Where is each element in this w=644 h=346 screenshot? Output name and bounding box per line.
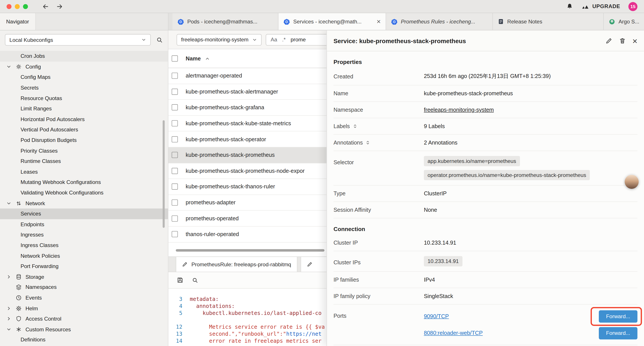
row-label: Cluster IPs (334, 256, 424, 266)
tab-release-notes[interactable]: Release Notes (493, 13, 604, 30)
sidebar-item-namespaces[interactable]: Namespaces (0, 282, 168, 293)
user-avatar[interactable] (625, 175, 639, 189)
dock-tab-prometheusrule[interactable]: PrometheusRule: freeleaps-prod-rabbitmq (176, 257, 297, 272)
notifications-bell-icon[interactable] (566, 3, 574, 10)
delete-trash-icon[interactable] (619, 37, 626, 44)
sidebar-item-network-policies[interactable]: Network Policies (0, 251, 168, 261)
row-checkbox[interactable] (172, 152, 178, 158)
sidebar-item-network[interactable]: Network (0, 198, 168, 209)
sidebar-item-services[interactable]: Services (0, 209, 168, 219)
row-checkbox[interactable] (172, 73, 178, 79)
sidebar-item-endpoints[interactable]: Endpoints (0, 219, 168, 230)
tab-prometheus-rules[interactable]: Prometheus Rules - icecheng... (386, 13, 493, 30)
sidebar-item-horizontal-pod-autoscalers[interactable]: Horizontal Pod Autoscalers (0, 114, 168, 124)
sidebar-item-ingress-classes[interactable]: Ingress Classes (0, 240, 168, 251)
port-link[interactable]: 8080:reloader-web/TCP (424, 330, 483, 336)
sidebar-item-secrets[interactable]: Secrets (0, 82, 168, 93)
sidebar-item-events[interactable]: Events (0, 293, 168, 303)
namespace-link[interactable]: freeleaps-monitoring-system (424, 107, 638, 113)
sidebar-item-access-control[interactable]: Access Control (0, 314, 168, 324)
sidebar-item-priority-classes[interactable]: Priority Classes (0, 145, 168, 156)
unfold-toggle-icon[interactable] (365, 140, 370, 145)
minimize-window-button[interactable] (15, 4, 20, 9)
line-content: kubectl.kubernetes.io/last-applied-co (182, 310, 322, 317)
chevron-down-icon[interactable] (6, 327, 16, 332)
sidebar-item-label: Cron Jobs (20, 53, 45, 59)
sidebar-item-label: Validating Webhook Configurations (20, 190, 104, 196)
sidebar-item-custom-resources[interactable]: Custom Resources (0, 324, 168, 335)
navigator-tab[interactable]: Navigator (0, 13, 36, 30)
custom-resources-icon (16, 326, 26, 333)
unfold-toggle-icon[interactable] (352, 123, 358, 129)
close-drawer-icon[interactable]: × (632, 36, 638, 45)
forward-button[interactable]: Forward... (599, 327, 638, 339)
sidebar-item-ingresses[interactable]: Ingresses (0, 230, 168, 240)
line-content: metadata: (182, 296, 219, 303)
namespaces-icon (16, 284, 26, 290)
close-window-button[interactable] (6, 4, 12, 9)
save-icon[interactable] (177, 277, 184, 284)
sidebar-item-label: Definitions (20, 337, 46, 343)
chevron-right-icon[interactable] (6, 317, 16, 321)
match-case-toggle[interactable]: Aa (271, 36, 277, 43)
back-arrow-icon[interactable] (42, 3, 49, 10)
tab-pods[interactable]: Pods - icecheng@mathmas... (172, 13, 278, 30)
zoom-window-button[interactable] (23, 4, 28, 9)
sidebar-item-port-forwarding[interactable]: Port Forwarding (0, 261, 168, 272)
upgrade-button[interactable]: UPGRADE (582, 3, 620, 9)
chevron-right-icon[interactable] (6, 274, 16, 279)
tab-close-icon[interactable]: × (376, 18, 381, 25)
sidebar-item-label: Ingress Classes (20, 242, 58, 248)
edit-pencil-icon[interactable] (605, 37, 612, 44)
tab-argo[interactable]: Argo S... (604, 13, 644, 30)
select-all-checkbox[interactable] (172, 55, 178, 61)
row-checkbox[interactable] (172, 184, 178, 190)
drawer-row-ip-families: IP familiesIPv4 (334, 272, 638, 288)
regex-toggle[interactable]: .* (282, 36, 286, 43)
row-checkbox[interactable] (172, 215, 178, 221)
chevron-down-icon[interactable] (6, 64, 16, 69)
sort-ascending-icon[interactable] (205, 56, 210, 61)
sidebar-item-label: Vertical Pod Autoscalers (20, 127, 78, 133)
row-value: 253d 16h 6m ago (2025年1月13日 GMT+8 1:25:3… (424, 73, 638, 80)
row-checkbox[interactable] (172, 200, 178, 206)
notification-count-badge[interactable]: 15 (628, 2, 638, 11)
sidebar-item-label: Priority Classes (20, 148, 58, 154)
sidebar-item-runtime-classes[interactable]: Runtime Classes (0, 156, 168, 166)
sidebar-item-limit-ranges[interactable]: Limit Ranges (0, 103, 168, 114)
row-checkbox[interactable] (172, 231, 178, 237)
sidebar-item-pod-disruption-budgets[interactable]: Pod Disruption Budgets (0, 135, 168, 145)
editor-search-icon[interactable] (192, 277, 198, 283)
row-checkbox[interactable] (172, 104, 178, 111)
chevron-down-icon[interactable] (6, 201, 16, 206)
name-column-header[interactable]: Name (186, 55, 201, 61)
row-checkbox[interactable] (172, 89, 178, 95)
forward-button[interactable]: Forward... (599, 310, 638, 322)
tab-services[interactable]: Services - icecheng@math...× (278, 13, 386, 30)
namespace-selector[interactable]: freeleaps-monitoring-system (177, 34, 262, 45)
row-checkbox[interactable] (172, 168, 178, 174)
kubernetes-icon (177, 18, 184, 25)
sidebar-item-mutating-webhook-configurations[interactable]: Mutating Webhook Configurations (0, 177, 168, 187)
sidebar-item-validating-webhook-configurations[interactable]: Validating Webhook Configurations (0, 187, 168, 198)
row-checkbox[interactable] (172, 136, 178, 142)
sidebar-item-vertical-pod-autoscalers[interactable]: Vertical Pod Autoscalers (0, 124, 168, 135)
sidebar-item-cron-jobs[interactable]: Cron Jobs (0, 51, 168, 61)
chevron-right-icon[interactable] (6, 306, 16, 311)
sidebar-item-resource-quotas[interactable]: Resource Quotas (0, 93, 168, 103)
forward-arrow-icon[interactable] (56, 3, 63, 10)
sidebar-item-definitions[interactable]: Definitions (0, 335, 168, 345)
row-checkbox[interactable] (172, 120, 178, 126)
horizontal-scrollbar[interactable] (176, 249, 324, 252)
storage-icon (16, 274, 26, 280)
sidebar-item-helm[interactable]: Helm (0, 303, 168, 314)
ports-list: 9090/TCPForward...8080:reloader-web/TCPF… (424, 310, 638, 340)
sidebar-item-storage[interactable]: Storage (0, 272, 168, 282)
sidebar-item-config[interactable]: Config (0, 61, 168, 72)
sidebar-item-config-maps[interactable]: Config Maps (0, 72, 168, 82)
sidebar-search-icon[interactable] (156, 36, 163, 43)
sidebar-item-leases[interactable]: Leases (0, 166, 168, 177)
sidebar-scrollbar[interactable] (163, 120, 164, 228)
port-link[interactable]: 9090/TCP (424, 313, 449, 319)
kubeconfig-selector[interactable]: Local Kubeconfigs (5, 34, 150, 45)
